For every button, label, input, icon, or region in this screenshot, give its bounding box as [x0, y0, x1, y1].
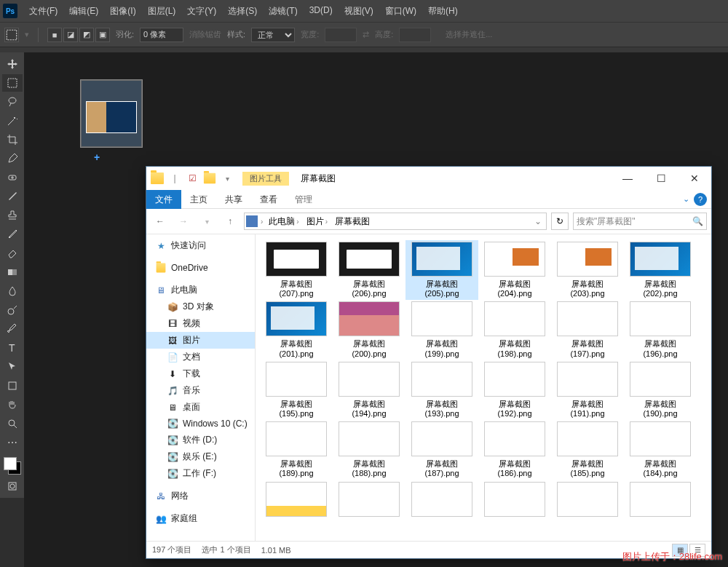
move-tool-icon[interactable] — [2, 55, 23, 73]
file-item[interactable]: 屏幕截图(203).png — [551, 240, 624, 300]
ribbon-tab-home[interactable]: 主页 — [181, 190, 216, 209]
search-input[interactable]: 搜索"屏幕截图" 🔍 — [573, 213, 707, 230]
ps-menu-item[interactable]: 3D(D) — [304, 5, 339, 17]
nav-forward-button[interactable]: → — [174, 212, 193, 231]
gradient-tool-icon[interactable] — [2, 263, 23, 281]
ps-menu-item[interactable]: 编辑(E) — [63, 5, 104, 17]
ribbon-tab-view[interactable]: 查看 — [251, 190, 286, 209]
sel-sub-icon[interactable]: ◩ — [79, 28, 94, 42]
file-item[interactable]: 屏幕截图(184).png — [624, 420, 697, 480]
qat-newfolder-icon[interactable] — [202, 170, 218, 186]
style-select[interactable]: 正常 — [251, 28, 295, 42]
file-item[interactable]: 屏幕截图(187).png — [405, 420, 478, 480]
breadcrumb-segment[interactable]: 屏幕截图 — [332, 213, 371, 229]
ribbon-tab-file[interactable]: 文件 — [146, 190, 181, 209]
ps-menu-item[interactable]: 滤镜(T) — [263, 5, 303, 17]
file-item[interactable] — [551, 480, 624, 521]
nav-up-button[interactable]: ↑ — [221, 212, 240, 231]
nav-item[interactable]: 🖼图片 — [146, 332, 255, 349]
crop-tool-icon[interactable] — [2, 131, 23, 148]
brush-tool-icon[interactable] — [2, 188, 23, 205]
file-item[interactable]: 屏幕截图(186).png — [478, 420, 551, 480]
nav-back-button[interactable]: ← — [151, 212, 170, 231]
path-select-tool-icon[interactable] — [2, 358, 23, 376]
address-bar[interactable]: › 此电脑› 图片› 屏幕截图 ⌄ — [244, 213, 547, 230]
file-item[interactable]: 屏幕截图(201).png — [260, 300, 333, 360]
stamp-tool-icon[interactable] — [2, 207, 23, 224]
hand-tool-icon[interactable] — [2, 396, 23, 413]
nav-quick-access[interactable]: ★ 快速访问 — [146, 237, 255, 254]
file-item[interactable]: 屏幕截图(188).png — [333, 420, 405, 480]
sel-int-icon[interactable]: ▣ — [95, 28, 110, 42]
file-item[interactable]: 屏幕截图(195).png — [260, 360, 333, 420]
maximize-button[interactable]: ☐ — [644, 167, 678, 190]
refresh-button[interactable]: ↻ — [551, 213, 569, 230]
file-item[interactable]: 屏幕截图(206).png — [333, 240, 405, 300]
nav-history-icon[interactable]: ▾ — [197, 212, 216, 231]
qat-properties-icon[interactable]: ☑ — [184, 170, 200, 186]
sel-add-icon[interactable]: ◪ — [63, 28, 78, 42]
nav-item[interactable]: 💽Windows 10 (C:) — [146, 416, 255, 432]
file-item[interactable]: 屏幕截图(202).png — [624, 240, 697, 300]
nav-item[interactable]: 📦3D 对象 — [146, 298, 255, 315]
file-item[interactable] — [333, 480, 405, 521]
explorer-titlebar[interactable]: | ☑ ▾ 图片工具 屏幕截图 — ☐ ✕ — [146, 167, 711, 190]
nav-item[interactable]: 🖥桌面 — [146, 399, 255, 416]
breadcrumb-segment[interactable]: 图片› — [304, 213, 331, 229]
file-item[interactable]: 屏幕截图(193).png — [405, 360, 478, 420]
help-icon[interactable]: ? — [694, 193, 707, 206]
nav-item[interactable]: 📄文档 — [146, 349, 255, 365]
nav-item[interactable]: 💽娱乐 (E:) — [146, 448, 255, 465]
file-item[interactable]: 屏幕截图(194).png — [333, 360, 405, 420]
file-item[interactable] — [624, 480, 697, 521]
ps-menu-item[interactable]: 选择(S) — [222, 5, 263, 17]
zoom-tool-icon[interactable] — [2, 415, 23, 432]
nav-homegroup[interactable]: 👥 家庭组 — [146, 510, 255, 527]
file-item[interactable]: 屏幕截图(198).png — [478, 300, 551, 360]
breadcrumb-segment[interactable]: 此电脑› — [266, 213, 301, 229]
marquee-tool-preset-icon[interactable] — [4, 28, 19, 42]
ps-menu-item[interactable]: 图层(L) — [142, 5, 182, 17]
history-brush-tool-icon[interactable] — [2, 226, 23, 243]
ps-menu-item[interactable]: 文件(F) — [23, 5, 63, 17]
eraser-tool-icon[interactable] — [2, 245, 23, 262]
marquee-tool-icon[interactable] — [2, 74, 23, 92]
close-button[interactable]: ✕ — [678, 167, 711, 190]
file-item[interactable]: 屏幕截图(197).png — [551, 300, 624, 360]
qat-dropdown-icon[interactable]: ▾ — [219, 170, 235, 186]
nav-item[interactable]: 💽软件 (D:) — [146, 432, 255, 448]
ps-menu-item[interactable]: 图像(I) — [104, 5, 141, 17]
chevron-right-icon[interactable]: › — [259, 218, 264, 226]
lasso-tool-icon[interactable] — [2, 93, 23, 111]
file-item[interactable]: 屏幕截图(207).png — [260, 240, 333, 300]
nav-network[interactable]: 🖧 网络 — [146, 488, 255, 504]
minimize-button[interactable]: — — [611, 167, 644, 190]
nav-item[interactable]: 🎵音乐 — [146, 382, 255, 399]
color-swatches[interactable] — [2, 456, 23, 476]
blur-tool-icon[interactable] — [2, 282, 23, 300]
wand-tool-icon[interactable] — [2, 112, 23, 130]
file-item[interactable]: 屏幕截图(192).png — [478, 360, 551, 420]
nav-item[interactable]: 🎞视频 — [146, 315, 255, 332]
feather-input[interactable] — [140, 28, 183, 42]
type-tool-icon[interactable]: T — [2, 339, 23, 357]
file-item[interactable] — [478, 480, 551, 521]
nav-pane[interactable]: ★ 快速访问 OneDrive 🖥 此电脑 📦3D 对象🎞视频🖼图片📄文档⬇下载… — [146, 234, 256, 541]
sel-new-icon[interactable]: ■ — [47, 28, 62, 42]
ps-menu-item[interactable]: 文字(Y) — [181, 5, 222, 17]
ps-menu-item[interactable]: 窗口(W) — [379, 5, 422, 17]
ps-document[interactable] — [81, 80, 142, 147]
file-item[interactable]: 屏幕截图(191).png — [551, 360, 624, 420]
file-item[interactable]: 屏幕截图(189).png — [260, 420, 333, 480]
ps-menu-item[interactable]: 视图(V) — [339, 5, 379, 17]
search-icon[interactable]: 🔍 — [692, 216, 703, 226]
file-item[interactable]: 屏幕截图(204).png — [478, 240, 551, 300]
pen-tool-icon[interactable] — [2, 320, 23, 338]
file-item[interactable]: 屏幕截图(196).png — [624, 300, 697, 360]
file-item[interactable]: 屏幕截图(190).png — [624, 360, 697, 420]
heal-tool-icon[interactable] — [2, 169, 23, 186]
qat-folder-icon[interactable] — [149, 170, 165, 186]
shape-tool-icon[interactable] — [2, 377, 23, 394]
nav-item[interactable]: 💽工作 (F:) — [146, 465, 255, 482]
file-item[interactable] — [405, 480, 478, 521]
